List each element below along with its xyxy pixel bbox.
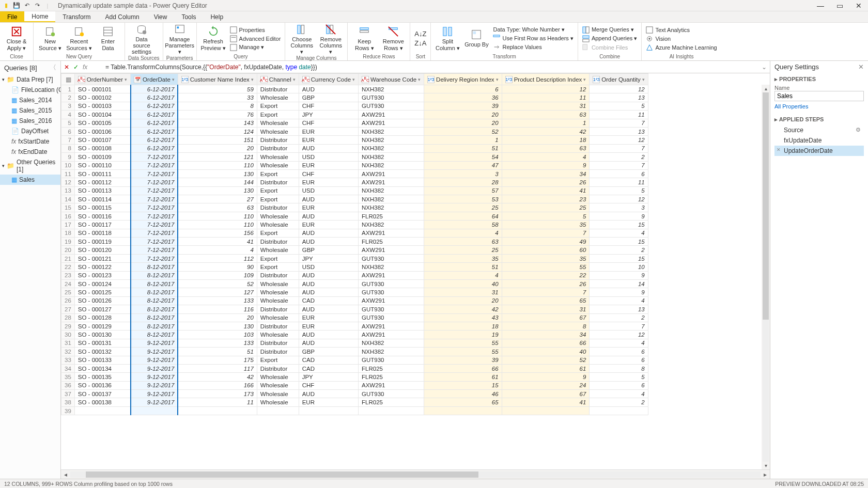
cell[interactable]: GBP <box>299 246 358 254</box>
row-number[interactable]: 2 <box>61 93 75 102</box>
cell[interactable]: 27 <box>178 195 257 203</box>
cell[interactable]: 65 <box>424 398 502 406</box>
close-apply-button[interactable]: Close & Apply ▾ <box>3 26 30 51</box>
properties-button[interactable]: Properties <box>229 26 282 34</box>
cell[interactable]: SO - 000122 <box>74 263 130 271</box>
cell[interactable]: 110 <box>178 212 257 220</box>
cell[interactable]: 15 <box>424 381 502 389</box>
row-number[interactable]: 4 <box>61 111 75 119</box>
table-row[interactable]: 2SO - 0001026-12-201733WholesaleGBPGUT93… <box>61 93 648 102</box>
cell[interactable]: 12 <box>590 195 648 203</box>
cell[interactable]: 5 <box>590 373 648 381</box>
sort-asc-button[interactable]: A↓Z <box>413 29 427 38</box>
cell[interactable]: AXW291 <box>359 296 424 305</box>
cancel-icon[interactable]: ✕ <box>64 64 69 71</box>
cell[interactable]: Distributor <box>257 144 299 152</box>
row-number[interactable]: 29 <box>61 322 75 330</box>
cell[interactable]: 55 <box>502 263 590 271</box>
cell[interactable]: 26 <box>502 178 590 186</box>
cell[interactable]: 8-12-2017 <box>131 263 178 271</box>
cell[interactable]: Distributor <box>257 136 299 144</box>
cell[interactable]: 51 <box>178 348 257 356</box>
row-number[interactable]: 20 <box>61 246 75 254</box>
table-row[interactable]: 15SO - 0001157-12-201763DistributorEURNX… <box>61 203 648 212</box>
cell[interactable]: 60 <box>502 246 590 254</box>
table-row[interactable]: 29SO - 0001298-12-2017130DistributorEURA… <box>61 322 648 330</box>
cell[interactable]: 6-12-2017 <box>131 144 178 152</box>
row-number[interactable]: 17 <box>61 221 75 229</box>
merge-queries-button[interactable]: Merge Queries ▾ <box>581 26 639 34</box>
cell[interactable]: Wholesale <box>257 119 299 127</box>
cell[interactable]: 133 <box>178 296 257 305</box>
cell[interactable]: Wholesale <box>257 246 299 254</box>
cell[interactable]: Wholesale <box>257 93 299 102</box>
cell[interactable]: JPY <box>299 373 358 381</box>
cell[interactable]: AUD <box>299 390 358 398</box>
cell[interactable]: GUT930 <box>359 254 424 262</box>
cell[interactable]: 18 <box>424 322 502 330</box>
query-item[interactable]: 📄DayOffset <box>0 126 60 136</box>
cell[interactable]: 52 <box>424 127 502 135</box>
cell[interactable]: 41 <box>502 186 590 195</box>
cell[interactable]: EUR <box>299 203 358 212</box>
cell[interactable]: USD <box>299 186 358 195</box>
table-row[interactable]: 35SO - 0001359-12-201742WholesaleJPYFLR0… <box>61 373 648 381</box>
cell[interactable]: SO - 000137 <box>74 390 130 398</box>
cell[interactable]: 4 <box>424 229 502 237</box>
cell[interactable]: 61 <box>502 364 590 372</box>
cell[interactable]: AUD <box>299 279 358 288</box>
cell[interactable]: 47 <box>424 161 502 169</box>
scroll-down-icon[interactable]: ▾ <box>764 462 768 469</box>
cell[interactable]: 9 <box>590 212 648 220</box>
cell[interactable]: 8 <box>502 322 590 330</box>
column-header-ordernumber[interactable]: ABCOrderNumber▾ <box>74 74 130 85</box>
row-number[interactable]: 7 <box>61 136 75 144</box>
cell[interactable]: 13 <box>590 305 648 313</box>
undo-icon[interactable]: ↶ <box>23 2 31 10</box>
tab-add-column[interactable]: Add Column <box>98 11 147 22</box>
table-row[interactable]: 19SO - 0001197-12-201741DistributorAUDFL… <box>61 238 648 246</box>
cell[interactable]: 9-12-2017 <box>131 356 178 364</box>
cell[interactable]: Wholesale <box>257 390 299 398</box>
cell[interactable]: CHF <box>299 381 358 389</box>
cell[interactable]: NXH382 <box>359 186 424 195</box>
cell[interactable]: Wholesale <box>257 288 299 296</box>
cell[interactable]: NXH382 <box>359 339 424 347</box>
cell[interactable]: Wholesale <box>257 221 299 229</box>
data-source-settings-button[interactable]: Data source settings <box>128 24 155 55</box>
tab-transform[interactable]: Transform <box>55 11 98 22</box>
row-number[interactable]: 19 <box>61 238 75 246</box>
cell[interactable]: 90 <box>178 263 257 271</box>
cell[interactable]: SO - 000113 <box>74 186 130 195</box>
recent-sources-button[interactable]: Recent Sources ▾ <box>66 26 92 51</box>
column-header-order-quantity[interactable]: 1²3Order Quantity▾ <box>590 74 648 85</box>
cell[interactable]: 34 <box>502 169 590 178</box>
table-row[interactable]: 30SO - 0001308-12-2017103WholesaleAUDAXW… <box>61 330 648 339</box>
tab-file[interactable]: File <box>0 11 24 22</box>
row-number[interactable]: 24 <box>61 279 75 288</box>
advanced-editor-button[interactable]: Advanced Editor <box>229 35 282 43</box>
cell[interactable]: NXH382 <box>359 161 424 169</box>
table-row[interactable]: 4SO - 0001046-12-201776ExportJPYAXW29120… <box>61 111 648 119</box>
cell[interactable]: Export <box>257 254 299 262</box>
cell[interactable]: Export <box>257 102 299 110</box>
append-queries-button[interactable]: Append Queries ▾ <box>581 35 639 43</box>
cell[interactable]: SO - 000134 <box>74 364 130 372</box>
cell[interactable]: 12 <box>590 85 648 93</box>
row-number[interactable]: 25 <box>61 288 75 296</box>
cell[interactable]: AUD <box>299 238 358 246</box>
cell[interactable]: NXH382 <box>359 85 424 93</box>
cell[interactable]: 116 <box>178 305 257 313</box>
cell[interactable]: 51 <box>424 144 502 152</box>
query-item[interactable]: 📄FileLocation (C\... <box>0 85 60 95</box>
cell[interactable]: 133 <box>178 339 257 347</box>
cell[interactable]: 156 <box>178 229 257 237</box>
cell[interactable]: 18 <box>502 136 590 144</box>
table-row[interactable]: 11SO - 0001117-12-2017130ExportCHFAXW291… <box>61 169 648 178</box>
cell[interactable]: 127 <box>178 288 257 296</box>
cell[interactable]: 4 <box>178 246 257 254</box>
cell[interactable]: 14 <box>590 279 648 288</box>
cell[interactable]: AUD <box>299 330 358 339</box>
cell[interactable]: 6 <box>590 348 648 356</box>
cell[interactable]: 7-12-2017 <box>131 178 178 186</box>
